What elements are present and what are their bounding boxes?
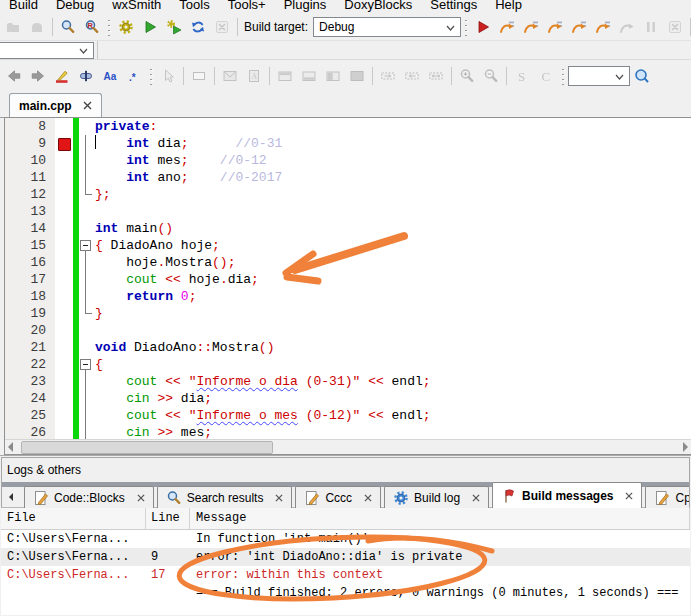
- tab-close-icon[interactable]: [137, 494, 145, 502]
- fold-margin[interactable]: [79, 339, 93, 356]
- fold-margin[interactable]: [79, 373, 93, 390]
- log-tabs-scroll-left-icon[interactable]: [4, 487, 18, 507]
- rebuild-icon[interactable]: [186, 15, 210, 39]
- code-text[interactable]: cout << "Informe o mes (0-12)" << endl;: [93, 407, 691, 424]
- code-text[interactable]: cin >> dia;: [93, 390, 691, 407]
- menu-item-debug[interactable]: Debug: [47, 0, 103, 14]
- fold-margin[interactable]: [79, 305, 93, 322]
- fold-margin[interactable]: [79, 390, 93, 407]
- breakpoint-margin[interactable]: [55, 220, 73, 237]
- menu-item-settings[interactable]: Settings: [421, 0, 486, 14]
- incremental-search-select[interactable]: [568, 66, 630, 86]
- editor-horizontal-scrollbar[interactable]: [5, 439, 691, 454]
- scroll-left-icon[interactable]: [8, 442, 13, 452]
- code-line-22[interactable]: 22{: [5, 356, 691, 373]
- code-text[interactable]: cout << "Informe o dia (0-31)" << endl;: [93, 373, 691, 390]
- breakpoint-margin[interactable]: [55, 322, 73, 339]
- toolbar-grip[interactable]: [106, 18, 112, 36]
- next-line-icon[interactable]: [519, 15, 543, 39]
- code-text[interactable]: return 0;: [93, 288, 691, 305]
- breakpoint-margin[interactable]: [55, 186, 73, 203]
- breakpoint-margin[interactable]: [55, 407, 73, 424]
- toolbar-grip[interactable]: [148, 67, 154, 85]
- menu-item-tools-[interactable]: Tools+: [219, 0, 275, 14]
- code-text[interactable]: cout << hoje.dia;: [93, 271, 691, 288]
- build-icon[interactable]: [114, 15, 138, 39]
- next-instruction-icon[interactable]: [591, 15, 615, 39]
- breakpoint-margin[interactable]: [55, 135, 73, 152]
- tab-close-icon[interactable]: [364, 494, 372, 502]
- code-text[interactable]: }: [93, 305, 691, 322]
- code-line-11[interactable]: 11 int ano; //0-2017: [5, 169, 691, 186]
- breakpoint-margin[interactable]: [55, 339, 73, 356]
- breakpoint-margin[interactable]: [55, 288, 73, 305]
- toolbar-grip[interactable]: [560, 67, 566, 85]
- code-text[interactable]: [93, 203, 691, 220]
- toolbar-grip[interactable]: [463, 18, 469, 36]
- fold-margin[interactable]: [79, 407, 93, 424]
- menu-item-plugins[interactable]: Plugins: [275, 0, 336, 14]
- code-line-17[interactable]: 17 cout << hoje.dia;: [5, 271, 691, 288]
- fold-margin[interactable]: [79, 288, 93, 305]
- code-line-13[interactable]: 13: [5, 203, 691, 220]
- code-editor[interactable]: 8private:9 int dia; //0-3110 int mes; //…: [4, 117, 691, 455]
- debug-continue-icon[interactable]: [471, 15, 495, 39]
- breakpoint-icon[interactable]: [58, 138, 71, 151]
- code-text[interactable]: int dia; //0-31: [93, 135, 691, 152]
- fold-margin[interactable]: [79, 152, 93, 169]
- code-text[interactable]: };: [93, 186, 691, 203]
- log-tab-build-messages[interactable]: Build messages: [492, 482, 642, 508]
- code-line-14[interactable]: 14int main(): [5, 220, 691, 237]
- code-text[interactable]: private:: [93, 118, 691, 135]
- tab-close-icon[interactable]: [472, 494, 480, 502]
- menu-item-wxsmith[interactable]: wxSmith: [103, 0, 170, 14]
- code-line-15[interactable]: 15{ DiadoAno hoje;: [5, 237, 691, 254]
- scrollbar-thumb[interactable]: [21, 441, 273, 454]
- build-message-row-2[interactable]: C:\Users\Ferna...9error: 'int DiadoAno::…: [1, 548, 690, 566]
- code-text[interactable]: int mes; //0-12: [93, 152, 691, 169]
- code-line-9[interactable]: 9 int dia; //0-31: [5, 135, 691, 152]
- code-text[interactable]: int ano; //0-2017: [93, 169, 691, 186]
- regex-icon[interactable]: .*: [122, 64, 146, 88]
- breakpoint-margin[interactable]: [55, 152, 73, 169]
- breakpoint-margin[interactable]: [55, 305, 73, 322]
- scroll-right-icon[interactable]: [683, 442, 688, 452]
- find-icon[interactable]: [56, 15, 80, 39]
- breakpoint-margin[interactable]: [55, 390, 73, 407]
- code-text[interactable]: void DiadoAno::Mostra(): [93, 339, 691, 356]
- breakpoint-margin[interactable]: [55, 237, 73, 254]
- build-target-select[interactable]: Debug: [313, 17, 461, 37]
- code-line-25[interactable]: 25 cout << "Informe o mes (0-12)" << end…: [5, 407, 691, 424]
- code-line-10[interactable]: 10 int mes; //0-12: [5, 152, 691, 169]
- browse-back-icon[interactable]: [2, 64, 26, 88]
- fold-margin[interactable]: [79, 271, 93, 288]
- code-line-24[interactable]: 24 cin >> dia;: [5, 390, 691, 407]
- code-text[interactable]: {: [93, 356, 691, 373]
- breakpoint-margin[interactable]: [55, 118, 73, 135]
- fold-margin[interactable]: [79, 356, 93, 373]
- find-replace-icon[interactable]: R: [80, 15, 104, 39]
- fold-margin[interactable]: [79, 203, 93, 220]
- breakpoint-margin[interactable]: [55, 254, 73, 271]
- code-line-8[interactable]: 8private:: [5, 118, 691, 135]
- code-text[interactable]: { DiadoAno hoje;: [93, 237, 691, 254]
- build-message-row-1[interactable]: C:\Users\Ferna...In function 'int main()…: [1, 530, 690, 548]
- code-line-16[interactable]: 16 hoje.Mostra();: [5, 254, 691, 271]
- step-into-icon[interactable]: [543, 15, 567, 39]
- breakpoint-margin[interactable]: [55, 373, 73, 390]
- fold-margin[interactable]: [79, 118, 93, 135]
- tab-close-icon[interactable]: [83, 101, 92, 110]
- highlight-occurrences-icon[interactable]: [50, 64, 74, 88]
- code-line-19[interactable]: 19}: [5, 305, 691, 322]
- code-text[interactable]: hoje.Mostra();: [93, 254, 691, 271]
- selected-text-icon[interactable]: [74, 64, 98, 88]
- code-line-23[interactable]: 23 cout << "Informe o dia (0-31)" << end…: [5, 373, 691, 390]
- menu-item-tools[interactable]: Tools: [170, 0, 218, 14]
- tab-close-icon[interactable]: [625, 492, 633, 500]
- breakpoint-margin[interactable]: [55, 169, 73, 186]
- log-tab-build-log[interactable]: Build log: [384, 486, 489, 508]
- code-line-12[interactable]: 12};: [5, 186, 691, 203]
- code-line-21[interactable]: 21void DiadoAno::Mostra(): [5, 339, 691, 356]
- step-out-icon[interactable]: [567, 15, 591, 39]
- match-case-icon[interactable]: Aa: [98, 64, 122, 88]
